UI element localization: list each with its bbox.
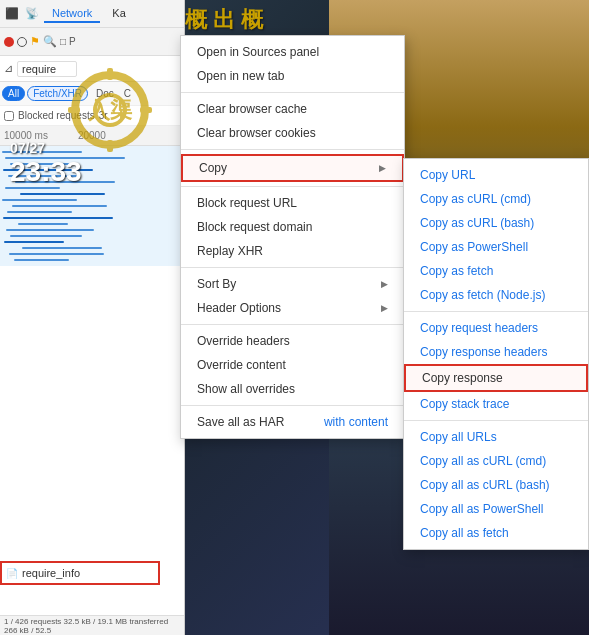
sub-copy-fetch[interactable]: Copy as fetch xyxy=(404,259,588,283)
svg-rect-17 xyxy=(7,211,72,213)
sub-context-menu: Copy URL Copy as cURL (cmd) Copy as cURL… xyxy=(403,158,589,550)
sub-copy-powershell[interactable]: Copy as PowerShell xyxy=(404,235,588,259)
menu-copy[interactable]: Copy xyxy=(181,154,404,182)
stop-icon[interactable] xyxy=(17,37,27,47)
svg-rect-25 xyxy=(14,259,69,261)
camera-icon[interactable]: □ xyxy=(60,36,66,47)
svg-rect-20 xyxy=(6,229,94,231)
save-har-with: with content xyxy=(324,415,388,429)
menu-block-url[interactable]: Block request URL xyxy=(181,191,404,215)
network-icon[interactable]: 📡 xyxy=(24,6,40,22)
sub-copy-all-urls[interactable]: Copy all URLs xyxy=(404,425,588,449)
sub-sep-2 xyxy=(404,420,588,421)
separator-2 xyxy=(181,149,404,150)
menu-override-headers[interactable]: Override headers xyxy=(181,329,404,353)
svg-rect-23 xyxy=(22,247,102,249)
svg-rect-5 xyxy=(68,107,80,113)
file-item-row[interactable]: 📄 require_info xyxy=(0,561,160,585)
sub-copy-curl-bash[interactable]: Copy as cURL (bash) xyxy=(404,211,588,235)
menu-clear-cache[interactable]: Clear browser cache xyxy=(181,97,404,121)
sub-copy-req-headers[interactable]: Copy request headers xyxy=(404,316,588,340)
sub-copy-curl-cmd[interactable]: Copy as cURL (cmd) xyxy=(404,187,588,211)
menu-save-har[interactable]: Save all as HAR with content xyxy=(181,410,404,434)
menu-override-content[interactable]: Override content xyxy=(181,353,404,377)
footer-stats: 1 / 426 requests 32.5 kB / 19.1 MB trans… xyxy=(4,617,181,635)
sub-copy-all-powershell[interactable]: Copy all as PowerShell xyxy=(404,497,588,521)
sub-copy-all-fetch[interactable]: Copy all as fetch xyxy=(404,521,588,545)
svg-rect-16 xyxy=(12,205,107,207)
file-name-text: require_info xyxy=(22,567,80,579)
separator-5 xyxy=(181,324,404,325)
separator-6 xyxy=(181,405,404,406)
context-menu: Open in Sources panel Open in new tab Cl… xyxy=(180,35,405,439)
svg-rect-22 xyxy=(4,241,64,243)
svg-rect-19 xyxy=(18,223,68,225)
menu-show-overrides[interactable]: Show all overrides xyxy=(181,377,404,401)
sub-copy-all-curl-cmd[interactable]: Copy all as cURL (cmd) xyxy=(404,449,588,473)
menu-replay-xhr[interactable]: Replay XHR xyxy=(181,239,404,263)
devtools-footer: 1 / 426 requests 32.5 kB / 19.1 MB trans… xyxy=(0,615,185,635)
save-har-text: Save all as HAR xyxy=(197,415,284,429)
p-icon[interactable]: P xyxy=(69,36,76,47)
network-toolbar: ⚑ 🔍 □ P xyxy=(0,28,184,56)
clock-text: 23:33 xyxy=(10,156,82,188)
time-display: 07/27 23:33 xyxy=(10,140,82,188)
menu-block-domain[interactable]: Block request domain xyxy=(181,215,404,239)
sub-copy-all-curl-bash[interactable]: Copy all as cURL (bash) xyxy=(404,473,588,497)
search-icon[interactable]: 🔍 xyxy=(43,35,57,48)
filter-label: ⊿ xyxy=(4,62,13,75)
sub-sep-1 xyxy=(404,311,588,312)
svg-rect-4 xyxy=(107,140,113,152)
menu-clear-cookies[interactable]: Clear browser cookies xyxy=(181,121,404,145)
svg-rect-6 xyxy=(140,107,152,113)
elements-icon[interactable]: ⬛ xyxy=(4,6,20,22)
sub-copy-url[interactable]: Copy URL xyxy=(404,163,588,187)
file-icon: 📄 xyxy=(6,568,18,579)
svg-text:入渠: 入渠 xyxy=(87,98,133,123)
separator-1 xyxy=(181,92,404,93)
sub-copy-stack-trace[interactable]: Copy stack trace xyxy=(404,392,588,416)
date-text: 07/27 xyxy=(10,140,82,156)
record-icon[interactable] xyxy=(4,37,14,47)
svg-rect-15 xyxy=(2,199,77,201)
sub-copy-fetch-node[interactable]: Copy as fetch (Node.js) xyxy=(404,283,588,307)
devtools-toolbar: ⬛ 📡 Network Ka xyxy=(0,0,184,28)
svg-rect-21 xyxy=(10,235,82,237)
filter-icon[interactable]: ⚑ xyxy=(30,35,40,48)
blocked-checkbox[interactable] xyxy=(4,111,14,121)
menu-open-new-tab[interactable]: Open in new tab xyxy=(181,64,404,88)
sub-copy-response[interactable]: Copy response xyxy=(404,364,588,392)
svg-rect-24 xyxy=(9,253,104,255)
menu-open-sources[interactable]: Open in Sources panel xyxy=(181,40,404,64)
menu-header-options[interactable]: Header Options xyxy=(181,296,404,320)
svg-rect-18 xyxy=(3,217,113,219)
separator-4 xyxy=(181,267,404,268)
tab-network[interactable]: Network xyxy=(44,5,100,23)
sub-copy-resp-headers[interactable]: Copy response headers xyxy=(404,340,588,364)
menu-sort-by[interactable]: Sort By xyxy=(181,272,404,296)
svg-rect-14 xyxy=(20,193,105,195)
separator-3 xyxy=(181,186,404,187)
tab-ka[interactable]: Ka xyxy=(104,5,133,23)
filter-chip-all[interactable]: All xyxy=(2,86,25,101)
svg-rect-3 xyxy=(107,68,113,80)
kanji-text: 概 出 概 xyxy=(185,5,263,35)
